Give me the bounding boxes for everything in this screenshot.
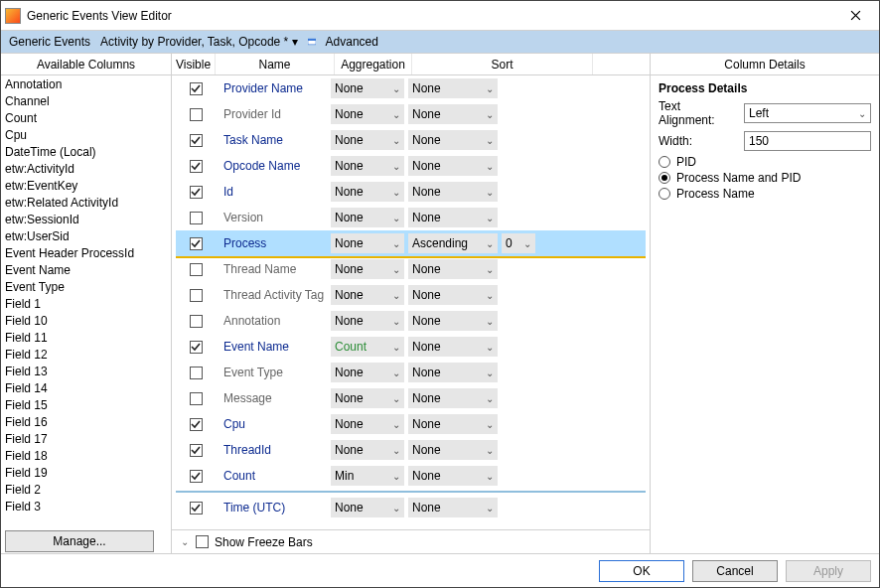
visible-checkbox[interactable] [176,82,216,95]
visible-checkbox[interactable] [176,289,216,302]
sort-select[interactable]: None⌄ [408,388,498,408]
list-item[interactable]: Field 14 [1,379,171,396]
grid-row[interactable]: ProcessNone⌄Ascending⌄0⌄ [176,230,646,256]
detail-radio[interactable]: Process Name [659,187,871,201]
sort-select[interactable]: None⌄ [408,285,498,305]
available-columns-list[interactable]: AnnotationChannelCountCpuDateTime (Local… [1,75,171,529]
aggregation-select[interactable]: None⌄ [331,498,404,517]
sort-select[interactable]: None⌄ [408,440,498,460]
header-aggregation[interactable]: Aggregation [335,54,412,74]
header-name[interactable]: Name [216,54,335,74]
grid-row[interactable]: CpuNone⌄None⌄ [176,411,646,437]
list-item[interactable]: Channel [1,92,171,109]
aggregation-select[interactable]: None⌄ [331,388,404,408]
header-visible[interactable]: Visible [172,54,216,74]
list-item[interactable]: Event Name [1,261,171,278]
header-sort[interactable]: Sort [412,54,593,74]
list-item[interactable]: Field 17 [1,430,171,447]
sort-select[interactable]: None⌄ [408,414,498,434]
list-item[interactable]: Field 13 [1,363,171,379]
list-item[interactable]: Event Header ProcessId [1,244,171,261]
visible-checkbox[interactable] [176,444,216,457]
sort-select[interactable]: None⌄ [408,337,498,357]
aggregation-select[interactable]: Min⌄ [331,466,404,486]
aggregation-select[interactable]: None⌄ [331,208,404,227]
list-item[interactable]: Field 19 [1,464,171,481]
text-align-select[interactable]: Left ⌄ [744,103,871,123]
sort-select[interactable]: None⌄ [408,78,498,98]
detail-radio[interactable]: Process Name and PID [659,171,871,185]
grid-row[interactable]: Time (UTC)None⌄None⌄ [176,495,646,520]
list-item[interactable]: DateTime (Local) [1,143,171,160]
show-freeze-checkbox[interactable] [196,535,209,548]
list-item[interactable]: etw:SessionId [1,211,171,227]
grid-row[interactable]: Event NameCount⌄None⌄ [176,334,646,360]
aggregation-select[interactable]: None⌄ [331,311,404,331]
aggregation-select[interactable]: None⌄ [331,182,404,202]
visible-checkbox[interactable] [176,108,216,121]
list-item[interactable]: Field 12 [1,346,171,363]
sort-select[interactable]: None⌄ [408,156,498,176]
expand-icon[interactable]: ⌄ [180,536,190,547]
aggregation-select[interactable]: None⌄ [331,440,404,460]
grid-row[interactable]: Provider NameNone⌄None⌄ [176,75,646,101]
detail-radio[interactable]: PID [659,155,871,169]
aggregation-select[interactable]: None⌄ [331,414,404,434]
list-item[interactable]: Field 10 [1,312,171,329]
grid-row[interactable]: AnnotationNone⌄None⌄ [176,308,646,334]
grid-row[interactable]: IdNone⌄None⌄ [176,179,646,205]
menu-activity-preset[interactable]: Activity by Provider, Task, Opcode * ▾ [96,35,302,49]
visible-checkbox[interactable] [176,237,216,250]
list-item[interactable]: Field 18 [1,447,171,464]
visible-checkbox[interactable] [176,502,216,514]
sort-select[interactable]: None⌄ [408,311,498,331]
sort-priority-select[interactable]: 0⌄ [502,233,535,253]
visible-checkbox[interactable] [176,212,216,224]
menu-advanced[interactable]: Advanced [322,35,382,49]
aggregation-select[interactable]: None⌄ [331,285,404,305]
list-item[interactable]: Field 2 [1,481,171,498]
visible-checkbox[interactable] [176,186,216,199]
sort-select[interactable]: Ascending⌄ [408,233,498,253]
sort-select[interactable]: None⌄ [408,104,498,124]
visible-checkbox[interactable] [176,315,216,328]
sort-select[interactable]: None⌄ [408,259,498,279]
list-item[interactable]: etw:UserSid [1,227,171,244]
sort-select[interactable]: None⌄ [408,498,498,517]
list-item[interactable]: etw:ActivityId [1,160,171,177]
grid-row[interactable]: Opcode NameNone⌄None⌄ [176,153,646,179]
ok-button[interactable]: OK [599,560,684,582]
list-item[interactable]: Field 3 [1,498,171,514]
visible-checkbox[interactable] [176,263,216,276]
grid-body[interactable]: Provider NameNone⌄None⌄Provider IdNone⌄N… [172,75,650,529]
sort-select[interactable]: None⌄ [408,208,498,227]
list-item[interactable]: Annotation [1,75,171,92]
grid-row[interactable]: Provider IdNone⌄None⌄ [176,101,646,127]
list-item[interactable]: Field 11 [1,329,171,346]
visible-checkbox[interactable] [176,392,216,405]
apply-button[interactable]: Apply [786,560,871,582]
sort-select[interactable]: None⌄ [408,130,498,150]
cancel-button[interactable]: Cancel [692,560,778,582]
list-item[interactable]: Field 15 [1,396,171,413]
sort-select[interactable]: None⌄ [408,363,498,382]
grid-row[interactable]: Task NameNone⌄None⌄ [176,127,646,153]
grid-row[interactable]: MessageNone⌄None⌄ [176,385,646,411]
aggregation-select[interactable]: None⌄ [331,363,404,382]
list-item[interactable]: etw:Related ActivityId [1,194,171,211]
grid-row[interactable]: CountMin⌄None⌄ [176,463,646,489]
grid-row[interactable]: Event TypeNone⌄None⌄ [176,360,646,385]
aggregation-select[interactable]: None⌄ [331,130,404,150]
list-item[interactable]: etw:EventKey [1,177,171,194]
aggregation-select[interactable]: None⌄ [331,104,404,124]
visible-checkbox[interactable] [176,341,216,354]
aggregation-select[interactable]: None⌄ [331,78,404,98]
list-item[interactable]: Field 1 [1,295,171,312]
list-item[interactable]: Field 16 [1,413,171,430]
aggregation-select[interactable]: Count⌄ [331,337,404,357]
grid-row[interactable]: VersionNone⌄None⌄ [176,205,646,230]
visible-checkbox[interactable] [176,367,216,379]
visible-checkbox[interactable] [176,134,216,147]
list-item[interactable]: Event Type [1,278,171,295]
visible-checkbox[interactable] [176,470,216,483]
